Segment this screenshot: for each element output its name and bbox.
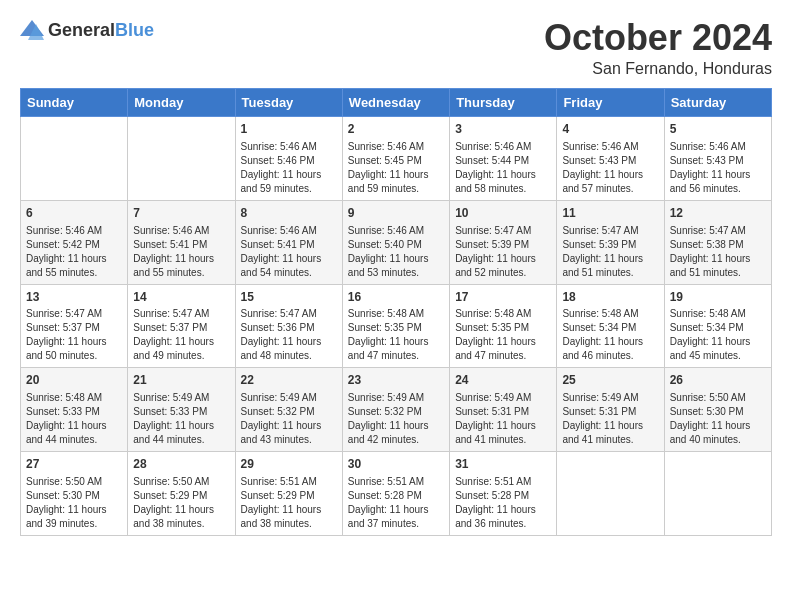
day-detail: Sunrise: 5:51 AM <box>348 475 444 489</box>
week-row-4: 20Sunrise: 5:48 AMSunset: 5:33 PMDayligh… <box>21 368 772 452</box>
day-detail: Daylight: 11 hours and 54 minutes. <box>241 252 337 280</box>
day-number: 16 <box>348 289 444 306</box>
day-header-tuesday: Tuesday <box>235 89 342 117</box>
day-detail: Sunset: 5:44 PM <box>455 154 551 168</box>
calendar-cell: 17Sunrise: 5:48 AMSunset: 5:35 PMDayligh… <box>450 284 557 368</box>
calendar-cell: 7Sunrise: 5:46 AMSunset: 5:41 PMDaylight… <box>128 200 235 284</box>
day-detail: Daylight: 11 hours and 44 minutes. <box>26 419 122 447</box>
day-detail: Sunset: 5:32 PM <box>241 405 337 419</box>
day-number: 22 <box>241 372 337 389</box>
day-detail: Daylight: 11 hours and 57 minutes. <box>562 168 658 196</box>
day-number: 17 <box>455 289 551 306</box>
calendar-cell: 26Sunrise: 5:50 AMSunset: 5:30 PMDayligh… <box>664 368 771 452</box>
day-detail: Daylight: 11 hours and 47 minutes. <box>348 335 444 363</box>
day-detail: Sunset: 5:31 PM <box>562 405 658 419</box>
day-detail: Sunrise: 5:50 AM <box>133 475 229 489</box>
day-detail: Sunrise: 5:49 AM <box>455 391 551 405</box>
calendar-cell: 29Sunrise: 5:51 AMSunset: 5:29 PMDayligh… <box>235 452 342 536</box>
day-detail: Sunset: 5:45 PM <box>348 154 444 168</box>
calendar-cell: 19Sunrise: 5:48 AMSunset: 5:34 PMDayligh… <box>664 284 771 368</box>
day-number: 19 <box>670 289 766 306</box>
day-detail: Daylight: 11 hours and 55 minutes. <box>26 252 122 280</box>
calendar-cell: 8Sunrise: 5:46 AMSunset: 5:41 PMDaylight… <box>235 200 342 284</box>
calendar-cell: 22Sunrise: 5:49 AMSunset: 5:32 PMDayligh… <box>235 368 342 452</box>
day-detail: Sunrise: 5:48 AM <box>455 307 551 321</box>
day-detail: Daylight: 11 hours and 42 minutes. <box>348 419 444 447</box>
day-detail: Sunset: 5:34 PM <box>670 321 766 335</box>
day-detail: Daylight: 11 hours and 59 minutes. <box>348 168 444 196</box>
logo-general: General <box>48 21 115 39</box>
day-number: 14 <box>133 289 229 306</box>
day-detail: Sunrise: 5:51 AM <box>241 475 337 489</box>
week-row-3: 13Sunrise: 5:47 AMSunset: 5:37 PMDayligh… <box>21 284 772 368</box>
week-row-5: 27Sunrise: 5:50 AMSunset: 5:30 PMDayligh… <box>21 452 772 536</box>
day-number: 31 <box>455 456 551 473</box>
month-title: October 2024 <box>544 20 772 56</box>
day-detail: Sunset: 5:42 PM <box>26 238 122 252</box>
day-detail: Sunrise: 5:46 AM <box>26 224 122 238</box>
calendar-cell: 31Sunrise: 5:51 AMSunset: 5:28 PMDayligh… <box>450 452 557 536</box>
day-detail: Daylight: 11 hours and 40 minutes. <box>670 419 766 447</box>
day-number: 11 <box>562 205 658 222</box>
day-number: 12 <box>670 205 766 222</box>
day-number: 30 <box>348 456 444 473</box>
day-detail: Sunrise: 5:49 AM <box>241 391 337 405</box>
day-detail: Sunrise: 5:46 AM <box>241 224 337 238</box>
logo: GeneralBlue <box>20 20 154 40</box>
day-detail: Sunset: 5:28 PM <box>348 489 444 503</box>
day-number: 23 <box>348 372 444 389</box>
day-detail: Daylight: 11 hours and 51 minutes. <box>670 252 766 280</box>
day-detail: Daylight: 11 hours and 50 minutes. <box>26 335 122 363</box>
day-number: 3 <box>455 121 551 138</box>
day-detail: Sunset: 5:39 PM <box>562 238 658 252</box>
day-detail: Sunrise: 5:48 AM <box>670 307 766 321</box>
calendar-cell: 10Sunrise: 5:47 AMSunset: 5:39 PMDayligh… <box>450 200 557 284</box>
day-detail: Sunset: 5:38 PM <box>670 238 766 252</box>
day-detail: Sunrise: 5:46 AM <box>455 140 551 154</box>
logo-blue: Blue <box>115 21 154 39</box>
day-detail: Daylight: 11 hours and 48 minutes. <box>241 335 337 363</box>
calendar-cell <box>21 117 128 201</box>
day-number: 10 <box>455 205 551 222</box>
day-number: 20 <box>26 372 122 389</box>
day-detail: Daylight: 11 hours and 52 minutes. <box>455 252 551 280</box>
logo-text: GeneralBlue <box>48 21 154 39</box>
day-detail: Sunrise: 5:46 AM <box>348 224 444 238</box>
week-row-1: 1Sunrise: 5:46 AMSunset: 5:46 PMDaylight… <box>21 117 772 201</box>
day-detail: Sunrise: 5:50 AM <box>26 475 122 489</box>
day-detail: Sunset: 5:36 PM <box>241 321 337 335</box>
day-detail: Daylight: 11 hours and 46 minutes. <box>562 335 658 363</box>
day-detail: Sunset: 5:35 PM <box>455 321 551 335</box>
calendar-cell: 30Sunrise: 5:51 AMSunset: 5:28 PMDayligh… <box>342 452 449 536</box>
calendar-cell: 3Sunrise: 5:46 AMSunset: 5:44 PMDaylight… <box>450 117 557 201</box>
day-number: 5 <box>670 121 766 138</box>
day-detail: Daylight: 11 hours and 39 minutes. <box>26 503 122 531</box>
day-number: 13 <box>26 289 122 306</box>
day-detail: Sunset: 5:32 PM <box>348 405 444 419</box>
calendar-cell: 25Sunrise: 5:49 AMSunset: 5:31 PMDayligh… <box>557 368 664 452</box>
day-detail: Sunset: 5:34 PM <box>562 321 658 335</box>
day-header-thursday: Thursday <box>450 89 557 117</box>
day-detail: Sunrise: 5:47 AM <box>133 307 229 321</box>
day-detail: Sunset: 5:30 PM <box>26 489 122 503</box>
day-detail: Daylight: 11 hours and 56 minutes. <box>670 168 766 196</box>
day-number: 24 <box>455 372 551 389</box>
day-detail: Daylight: 11 hours and 47 minutes. <box>455 335 551 363</box>
day-detail: Sunset: 5:28 PM <box>455 489 551 503</box>
calendar-cell: 6Sunrise: 5:46 AMSunset: 5:42 PMDaylight… <box>21 200 128 284</box>
day-detail: Sunrise: 5:47 AM <box>455 224 551 238</box>
day-detail: Daylight: 11 hours and 41 minutes. <box>455 419 551 447</box>
day-detail: Sunset: 5:41 PM <box>241 238 337 252</box>
logo-icon <box>20 20 44 40</box>
day-number: 25 <box>562 372 658 389</box>
day-detail: Sunset: 5:41 PM <box>133 238 229 252</box>
day-number: 26 <box>670 372 766 389</box>
day-number: 4 <box>562 121 658 138</box>
day-detail: Daylight: 11 hours and 36 minutes. <box>455 503 551 531</box>
day-detail: Sunrise: 5:49 AM <box>133 391 229 405</box>
calendar-cell <box>557 452 664 536</box>
day-detail: Sunrise: 5:50 AM <box>670 391 766 405</box>
day-detail: Daylight: 11 hours and 38 minutes. <box>133 503 229 531</box>
day-header-sunday: Sunday <box>21 89 128 117</box>
day-detail: Daylight: 11 hours and 55 minutes. <box>133 252 229 280</box>
